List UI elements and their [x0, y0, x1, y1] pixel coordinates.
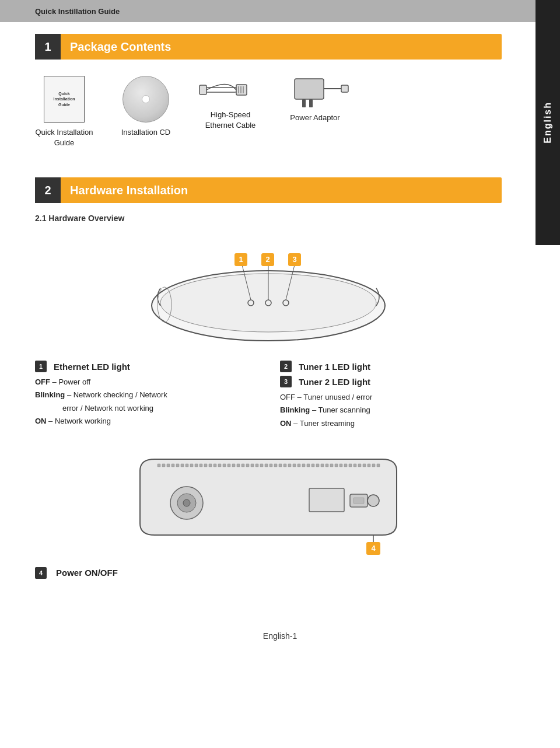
svg-rect-8: [309, 99, 313, 107]
english-sidebar: English: [536, 0, 560, 245]
svg-rect-71: [368, 464, 370, 467]
tuner1-led-title: 2 Tuner 1 LED light: [280, 361, 502, 372]
led-left-column: 1 Ethernet LED light OFF – Power off Bli…: [35, 361, 257, 429]
tuner2-led-desc: OFF – Tuner unused / error Blinking – Tu…: [280, 391, 502, 429]
svg-rect-65: [340, 464, 342, 467]
package-items: QuickInstallationGuide Quick Installatio…: [35, 70, 502, 160]
svg-rect-68: [354, 464, 356, 467]
svg-point-76: [183, 499, 190, 506]
led-right-column: 2 Tuner 1 LED light 3 Tuner 2 LED light …: [280, 361, 502, 429]
cable-label: High-SpeedEthernet Cable: [205, 110, 256, 131]
svg-rect-63: [330, 464, 333, 467]
tuner2-on: ON – Tuner streaming: [280, 417, 502, 430]
svg-rect-49: [265, 464, 268, 467]
tuner2-led-title: 3 Tuner 2 LED light: [280, 376, 502, 387]
svg-text:4: 4: [371, 544, 376, 553]
svg-rect-38: [214, 464, 216, 467]
led-descriptions: 1 Ethernet LED light OFF – Power off Bli…: [35, 361, 502, 429]
svg-rect-59: [312, 464, 314, 467]
svg-rect-33: [190, 464, 193, 467]
svg-rect-32: [186, 464, 188, 467]
svg-rect-30: [176, 464, 179, 467]
svg-rect-34: [195, 464, 198, 467]
svg-rect-1: [200, 85, 206, 95]
svg-rect-57: [302, 464, 305, 467]
package-item-adaptor: Power Adaptor: [286, 76, 344, 123]
subsection-title: 2.1 Hardware Overview: [35, 214, 502, 223]
svg-rect-37: [209, 464, 212, 467]
device-top-view-svg: 1 2 3: [134, 230, 402, 347]
svg-rect-66: [344, 464, 347, 467]
package-item-cable: High-SpeedEthernet Cable: [198, 76, 262, 131]
footer-text: English-1: [263, 631, 297, 641]
svg-rect-28: [167, 464, 170, 467]
svg-rect-54: [288, 464, 291, 467]
svg-rect-55: [293, 464, 296, 467]
guide-icon: QuickInstallationGuide: [44, 76, 85, 123]
svg-rect-43: [237, 464, 240, 467]
header-bar: Quick Instillation Guide: [0, 0, 560, 22]
svg-rect-26: [158, 464, 160, 467]
tuner2-blinking: Blinking – Tuner scanning: [280, 404, 502, 417]
section1-header: 1 Package Contents: [35, 34, 502, 60]
section2-title: Hardware Installation: [61, 184, 188, 197]
svg-rect-31: [181, 464, 184, 467]
svg-rect-70: [363, 464, 366, 467]
adaptor-label: Power Adaptor: [290, 113, 340, 123]
section1-number: 1: [35, 34, 61, 60]
cable-icon: [198, 76, 262, 105]
svg-rect-60: [316, 464, 319, 467]
svg-text:1: 1: [239, 255, 243, 264]
ethernet-blinking: Blinking – Network checking / Network er…: [35, 389, 257, 414]
svg-rect-47: [256, 464, 258, 467]
svg-rect-61: [321, 464, 324, 467]
cd-label: Installation CD: [121, 127, 171, 138]
header-title: Quick Instillation Guide: [35, 7, 120, 16]
svg-rect-40: [223, 464, 226, 467]
svg-rect-48: [260, 464, 263, 467]
page-footer: English-1: [0, 620, 560, 658]
svg-rect-64: [335, 464, 338, 467]
svg-rect-72: [372, 464, 375, 467]
adaptor-icon: [292, 76, 338, 108]
svg-rect-39: [218, 464, 221, 467]
section2-header: 2 Hardware Installation: [35, 177, 502, 203]
svg-rect-56: [298, 464, 300, 467]
svg-rect-6: [295, 79, 324, 99]
tuner2-badge: 3: [280, 376, 292, 387]
svg-rect-50: [270, 464, 272, 467]
section1-title: Package Contents: [61, 40, 171, 54]
package-item-cd: Installation CD: [117, 76, 175, 138]
power-section: 4 Power ON/OFF: [35, 567, 502, 579]
svg-rect-62: [326, 464, 328, 467]
svg-rect-77: [309, 488, 344, 512]
ethernet-off: OFF – Power off: [35, 376, 257, 389]
cd-hole: [142, 95, 150, 103]
svg-rect-79: [354, 498, 364, 504]
guide-icon-text: QuickInstallationGuide: [54, 91, 75, 107]
svg-rect-67: [349, 464, 352, 467]
device-back-view-svg: 4: [123, 448, 414, 555]
svg-rect-42: [232, 464, 235, 467]
cd-icon: [123, 76, 169, 123]
tuner2-off: OFF – Tuner unused / error: [280, 391, 502, 404]
svg-rect-46: [251, 464, 254, 467]
package-item-guide: QuickInstallationGuide Quick Installatio…: [35, 76, 93, 148]
ethernet-led-desc: OFF – Power off Blinking – Network check…: [35, 376, 257, 427]
svg-rect-45: [246, 464, 249, 467]
ethernet-led-title: 1 Ethernet LED light: [35, 361, 257, 372]
svg-rect-51: [274, 464, 277, 467]
svg-text:3: 3: [292, 255, 296, 264]
svg-text:2: 2: [265, 255, 270, 264]
section2-number: 2: [35, 177, 61, 203]
ethernet-on: ON – Network working: [35, 415, 257, 428]
svg-point-80: [368, 495, 379, 506]
main-content: 1 Package Contents QuickInstallationGuid…: [0, 22, 560, 620]
svg-rect-7: [302, 99, 306, 107]
svg-rect-53: [284, 464, 286, 467]
svg-rect-10: [341, 85, 348, 92]
svg-rect-58: [307, 464, 310, 467]
svg-rect-73: [377, 464, 380, 467]
svg-rect-44: [242, 464, 244, 467]
tuner1-badge: 2: [280, 361, 292, 372]
